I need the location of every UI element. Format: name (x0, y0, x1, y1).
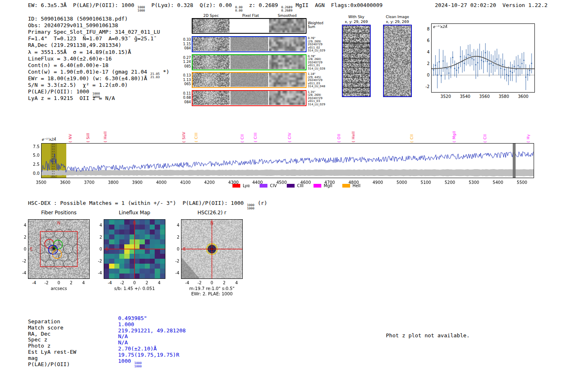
cutout-ytick-fiber: -4 (15, 271, 26, 275)
compass-east-label: E (183, 247, 186, 251)
match-row-label-0: Separation (28, 318, 60, 325)
line-fit-xtick: 3580 (497, 94, 511, 99)
twod-stamp-4-flat (230, 91, 268, 105)
match-row-label-2: RA, Dec (28, 331, 51, 337)
stacked-fraction: 10001000 (247, 204, 254, 210)
cutout-ytick-hsc: -4 (168, 271, 179, 275)
cutout-ytick-hsc: 4 (168, 223, 179, 227)
legend-swatch (342, 184, 350, 188)
cutout-xtick-fiber: -2 (42, 281, 51, 285)
line-fit-plot-canvas (432, 24, 534, 92)
spectrum-xtick: 4200 (201, 180, 218, 185)
spectrum-xtick: 4000 (153, 180, 170, 185)
line-fit-ytick: 2 (418, 61, 430, 66)
photz-unavailable-note: Phot z plot not available. (386, 332, 470, 339)
legend-label: HeII (353, 183, 361, 188)
twod-row-left-label: 0.13 (181, 73, 191, 77)
info-line-7: Cont(n) = 6.40(±0.00)e-18 (28, 62, 109, 69)
cutout-ytick-fiber: 4 (15, 223, 26, 227)
twod-stamp-3-flat (230, 73, 268, 87)
spectrum-xtick: 5100 (418, 180, 434, 185)
twod-stamp-0-flat (230, 19, 268, 32)
spectrum-xtick: 3900 (129, 180, 146, 185)
cutout-ytick-hsc: 0 (168, 247, 179, 251)
spectrum-legend: LyαCIVCIIIMgIIHeII (232, 183, 370, 188)
cutout-ytick-lineflux: 4 (91, 223, 102, 227)
cutout-xtick-lineflux: -2 (117, 281, 127, 285)
emission-line-label-Hγ: ( Hγ (526, 134, 530, 142)
info-line-2: Primary Spec_Slot_IFU_AMP: 314_027_011_L… (28, 29, 160, 35)
cutout-title-fiber: Fiber Positions (28, 210, 90, 216)
emission-line-label-MgII: ( MgII (452, 131, 456, 142)
cutout-ytick-lineflux: -2 (91, 259, 102, 263)
twod-row-annotation: 314_LU_029 (308, 103, 325, 106)
match-row-value-3: N/A (118, 333, 128, 340)
spectrum-xtick: 5000 (394, 180, 410, 185)
cutout-ytick-fiber: 0 (15, 247, 26, 251)
cutout-ytick-lineflux: 0 (91, 247, 102, 251)
stacked-fraction: 10001000 (134, 362, 142, 368)
cutout-xtick-fiber: -4 (29, 281, 39, 285)
line-fit-ytick: 6 (418, 38, 430, 43)
twod-row-left-label: 0.33 (181, 37, 191, 42)
cutout-title-hsc: HSC(26.2) r (181, 210, 243, 216)
spectrum-plot-canvas (42, 144, 534, 178)
emission-line-label-OII: ( OII (337, 134, 341, 142)
spectrum-ytick: 5.0 (26, 153, 39, 158)
header-datetime-version: 2024-10-27 02:02:20 Version 1.22.2 (435, 2, 548, 9)
twod-row-annotation: 314_LU_028 (308, 67, 325, 70)
match-row-value-4: N/A (118, 339, 128, 346)
info-line-5: λ = 3551.55Å σ = 14.89(±10.15)Å (28, 49, 131, 56)
info-line-4: RA,Dec (219.291138,49.281334) (28, 42, 121, 49)
cutout-xtick-hsc: 4 (232, 281, 242, 285)
cutout-caption-lineflux: s/b: 1.45 +/- 0.051 (99, 286, 170, 291)
emission-line-label-CIII: ( CIII (194, 132, 198, 142)
cutout-image-lineflux (104, 220, 165, 278)
cutout-xtick-lineflux: 0 (130, 281, 139, 285)
twod-stamp-3-spec (193, 73, 230, 87)
twod-row-left-label: 1.13 (181, 78, 191, 82)
emission-line-label-HeII: ( HeII (103, 131, 107, 142)
legend-label: MgII (324, 183, 332, 188)
emission-line-label-CIII: ( CIII (253, 132, 258, 142)
sky-panel-title-sky: With Sky (340, 15, 373, 19)
compass-north-label: N (210, 221, 213, 225)
match-row-label-1: Match score (28, 325, 63, 331)
twod-row-left-label: 065 (181, 82, 191, 86)
spectrum-xtick: 5400 (490, 180, 506, 185)
cutout-ytick-fiber: -2 (15, 259, 26, 263)
match-row-value-1: 1.000 (118, 321, 134, 328)
info-line-6: LineFlux = 3.40(±2.60)e-16 (28, 56, 112, 62)
cutout-image-hsc (181, 220, 242, 278)
spectrum-xtick: 3500 (33, 180, 49, 185)
twod-col-header-pixelflat: Pixel Flat (232, 14, 269, 18)
legend-swatch (260, 184, 267, 188)
twod-row-left-label: 084 (181, 46, 191, 50)
hscdex-match-line: HSC-DEX : Possible Matches = 1 (within +… (28, 200, 267, 210)
line-fit-ylabel: e⁻¹⁷x2Å (433, 25, 447, 29)
spectrum-xtick: 5200 (441, 180, 458, 185)
sky-panel-image-sky (342, 25, 371, 97)
match-row-label-4: Photo z (28, 343, 51, 349)
compass-east-label: E (30, 247, 33, 251)
compass-north-label: N (57, 221, 60, 225)
line-fit-ytick: 4 (418, 50, 430, 54)
emission-line-label-CII: ( CII (240, 134, 244, 142)
twod-row-left-label: 0.11 (181, 91, 191, 95)
twod-stamp-1-smooth (269, 37, 305, 51)
twod-stamp-4-smooth (269, 91, 305, 105)
line-fit-xtick: 3520 (438, 94, 453, 99)
spectrum-xtick: 3800 (105, 180, 121, 185)
sky-panel-title-clean: Clean Image (381, 15, 414, 19)
info-line-0: ID: 5090106138 (5090106138.pdf) (28, 16, 128, 22)
compass-north-label: N (133, 221, 136, 225)
cutout-xtick-lineflux: 4 (154, 281, 164, 285)
spectrum-ytick: 7.5 (26, 144, 39, 149)
spectrum-xtick: 3700 (81, 180, 98, 185)
twod-weighted-sum-label: Weighted Sum (308, 21, 323, 29)
cutout-xlabel-fiber: arcsecs (28, 286, 90, 291)
legend-label: CIII (297, 183, 304, 188)
cutout-caption-hsc: m:19.7 re:1.0" s:0.5" (176, 286, 248, 291)
sky-panel-coords-clean: x, y: 29, 269 (381, 20, 414, 24)
spectrum-xtick: 4900 (369, 180, 386, 185)
